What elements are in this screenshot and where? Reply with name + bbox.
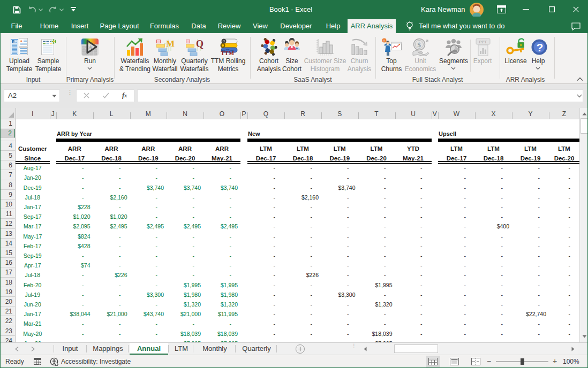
- svg-text:A: A: [20, 39, 22, 43]
- svg-text:$: $: [418, 40, 421, 48]
- svg-text:PPT: PPT: [479, 39, 487, 44]
- svg-text:A: A: [88, 44, 92, 50]
- svg-text:?: ?: [537, 41, 544, 53]
- svg-text:TTM: TTM: [221, 50, 235, 56]
- svg-text:Q: Q: [196, 39, 203, 49]
- svg-text:!: !: [383, 39, 385, 42]
- svg-text:M: M: [166, 39, 175, 49]
